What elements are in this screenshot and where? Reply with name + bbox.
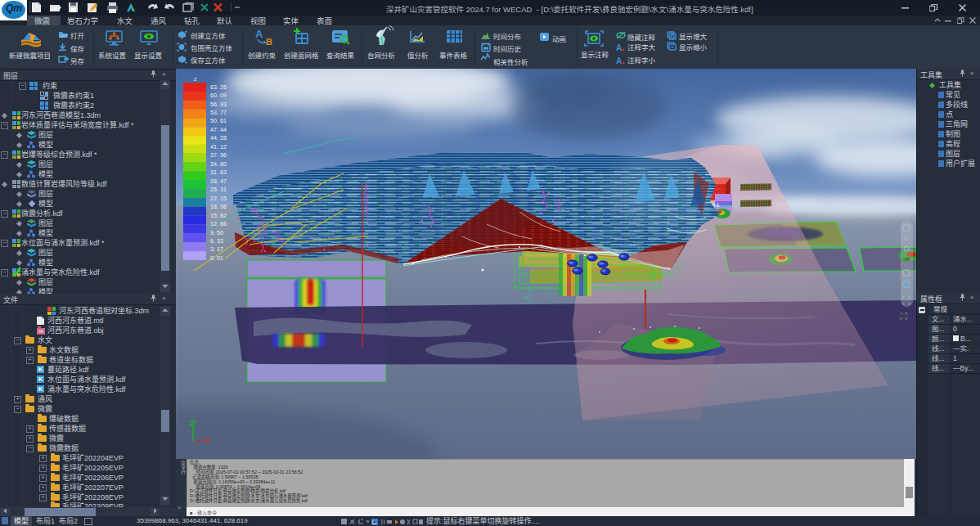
svg-text:41. 12: 41. 12 [210, 143, 227, 151]
svg-text:9. 50: 9. 50 [210, 229, 223, 236]
svg-text:A: A [616, 56, 622, 65]
svg-text:12. 66: 12. 66 [210, 220, 227, 227]
svg-text:A: A [616, 43, 622, 52]
svg-text:53. 77: 53. 77 [210, 109, 227, 116]
svg-text:22. 15: 22. 15 [210, 195, 227, 202]
svg-text:25. 31: 25. 31 [210, 186, 227, 193]
svg-text:44. 28: 44. 28 [210, 134, 227, 142]
svg-text:50. 61: 50. 61 [210, 117, 227, 124]
svg-text:3. 17: 3. 17 [210, 245, 223, 253]
svg-text:56. 93: 56. 93 [210, 101, 227, 108]
svg-text:15. 82: 15. 82 [210, 212, 227, 219]
svg-text:18. 98: 18. 98 [210, 203, 227, 210]
svg-text:37. 96: 37. 96 [210, 151, 227, 159]
svg-text:47. 44: 47. 44 [210, 126, 227, 133]
svg-text:31. 63: 31. 63 [210, 169, 227, 176]
svg-text:60. 09: 60. 09 [210, 92, 227, 99]
svg-text:63. 26: 63. 26 [210, 83, 227, 91]
svg-text:34. 80: 34. 80 [210, 160, 227, 168]
svg-text:0. 01: 0. 01 [210, 254, 223, 262]
svg-text:6. 33: 6. 33 [210, 237, 223, 245]
svg-text:A: A [255, 28, 263, 40]
svg-text:28. 47: 28. 47 [210, 178, 227, 185]
svg-text:B: B [266, 37, 272, 47]
svg-text:z: z [194, 76, 197, 82]
